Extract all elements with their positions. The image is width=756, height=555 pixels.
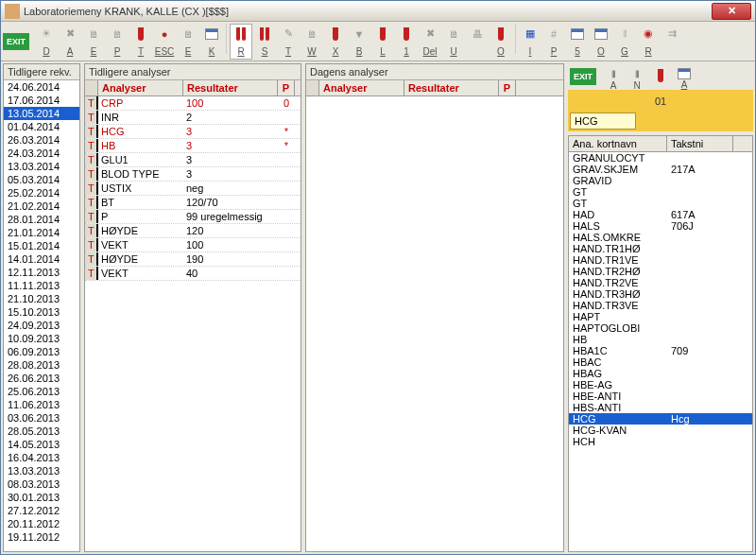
- col-p[interactable]: P: [278, 80, 295, 95]
- date-item[interactable]: 28.01.2014: [4, 213, 79, 226]
- analysis-row[interactable]: TUSTIXneg: [85, 182, 301, 196]
- analysis-row[interactable]: TBT120/70: [85, 196, 301, 210]
- lookup-row[interactable]: GT: [569, 198, 752, 209]
- right-toolbar-btn-1[interactable]: ⫴N: [626, 65, 648, 88]
- analysis-row[interactable]: TINR2: [85, 111, 301, 125]
- date-item[interactable]: 25.02.2014: [4, 186, 79, 199]
- date-item[interactable]: 27.12.2012: [4, 504, 79, 517]
- lookup-row[interactable]: HAND.TR2HØ: [569, 266, 752, 277]
- lookup-row[interactable]: GT: [569, 186, 752, 198]
- date-item[interactable]: 15.10.2013: [4, 305, 79, 319]
- date-item[interactable]: 01.04.2014: [4, 120, 79, 133]
- lookup-row[interactable]: HCG-KVAN: [569, 425, 752, 436]
- date-item[interactable]: 26.06.2013: [4, 372, 79, 385]
- toolbar-btn-B[interactable]: ▼B: [348, 24, 370, 60]
- toolbar-btn-26[interactable]: ⇉: [661, 24, 683, 60]
- date-item[interactable]: 13.05.2014: [4, 107, 79, 120]
- date-item[interactable]: 10.09.2013: [4, 332, 79, 345]
- lookup-row[interactable]: HAPTOGLOBI: [569, 322, 752, 334]
- right-toolbar-btn-0[interactable]: ⫴A: [602, 65, 625, 88]
- today-analyses-grid[interactable]: Analyser Resultater P: [306, 80, 563, 551]
- date-item[interactable]: 19.11.2012: [4, 530, 79, 544]
- lookup-row[interactable]: HCH: [569, 436, 752, 447]
- date-item[interactable]: 11.06.2013: [4, 398, 79, 411]
- toolbar-btn-G[interactable]: ⫴G: [613, 24, 636, 60]
- close-button[interactable]: ✕: [712, 3, 751, 20]
- col-p[interactable]: P: [499, 80, 516, 95]
- date-item[interactable]: 21.10.2013: [4, 292, 79, 305]
- date-item[interactable]: 14.01.2014: [4, 252, 79, 266]
- toolbar-btn-T[interactable]: ✎T: [277, 24, 300, 60]
- lookup-grid[interactable]: Ana. kortnavn Takstni GRANULOCYTGRAV.SKJ…: [568, 135, 753, 552]
- col-resultater[interactable]: Resultater: [404, 80, 499, 95]
- toolbar-btn-Del[interactable]: ✖Del: [419, 24, 441, 60]
- right-exit-button[interactable]: EXIT: [570, 68, 596, 85]
- lookup-row[interactable]: HBA1C709: [569, 345, 752, 356]
- dates-list[interactable]: 24.06.201417.06.201413.05.201401.04.2014…: [4, 80, 79, 551]
- lookup-row[interactable]: HALS.OMKRE: [569, 232, 752, 243]
- lookup-row[interactable]: HAND.TR1HØ: [569, 243, 752, 254]
- date-item[interactable]: 03.06.2013: [4, 411, 79, 425]
- analysis-row[interactable]: TVEKT40: [85, 267, 301, 281]
- analysis-row[interactable]: TP99 uregelmessig: [85, 210, 301, 224]
- lookup-row[interactable]: HAND.TR3HØ: [569, 288, 752, 300]
- right-toolbar-btn-3[interactable]: A: [673, 65, 696, 88]
- lookup-row[interactable]: HB: [569, 334, 752, 345]
- toolbar-btn-L[interactable]: L: [371, 24, 394, 60]
- toolbar-btn-1[interactable]: 1: [395, 24, 418, 60]
- date-item[interactable]: 08.03.2013: [4, 477, 79, 491]
- lookup-row[interactable]: HALS706J: [569, 220, 752, 232]
- date-item[interactable]: 13.03.2013: [4, 464, 79, 477]
- date-item[interactable]: 20.11.2012: [4, 517, 79, 530]
- toolbar-btn-P[interactable]: 🗎P: [106, 24, 129, 60]
- date-item[interactable]: 17.06.2014: [4, 94, 79, 107]
- analysis-row[interactable]: TBLOD TYPE3: [85, 167, 301, 182]
- toolbar-btn-K[interactable]: K: [200, 24, 223, 60]
- toolbar-btn-E[interactable]: 🗎E: [177, 24, 199, 60]
- col-takstni[interactable]: Takstni: [667, 136, 733, 151]
- lookup-row[interactable]: HAND.TR1VE: [569, 254, 752, 266]
- toolbar-btn-X[interactable]: X: [324, 24, 347, 60]
- toolbar-btn-O[interactable]: O: [590, 24, 612, 60]
- date-item[interactable]: 06.09.2013: [4, 345, 79, 358]
- toolbar-btn-A[interactable]: ✖A: [59, 24, 81, 60]
- date-item[interactable]: 25.06.2013: [4, 385, 79, 398]
- lookup-row[interactable]: HAD617A: [569, 209, 752, 220]
- date-item[interactable]: 12.11.2013: [4, 266, 79, 279]
- date-item[interactable]: 11.11.2013: [4, 279, 79, 292]
- date-item[interactable]: 26.03.2014: [4, 133, 79, 147]
- lookup-row[interactable]: HBS-ANTI: [569, 402, 752, 413]
- toolbar-btn-S[interactable]: S: [253, 24, 276, 60]
- date-item[interactable]: 16.04.2013: [4, 451, 79, 464]
- col-ana-kortnavn[interactable]: Ana. kortnavn: [569, 136, 667, 151]
- date-item[interactable]: 15.01.2014: [4, 239, 79, 252]
- toolbar-btn-ESC[interactable]: ●ESC: [153, 24, 176, 60]
- toolbar-btn-T[interactable]: T: [129, 24, 152, 60]
- exit-button[interactable]: EXIT: [3, 33, 29, 50]
- analysis-row[interactable]: THCG3*: [85, 125, 301, 139]
- toolbar-btn-W[interactable]: 🗎W: [301, 24, 323, 60]
- analysis-row[interactable]: TVEKT100: [85, 238, 301, 252]
- toolbar-btn-E[interactable]: 🗎E: [82, 24, 105, 60]
- lookup-row[interactable]: GRANULOCYT: [569, 152, 752, 164]
- lookup-row[interactable]: HAND.TR3VE: [569, 300, 752, 311]
- toolbar-btn-D[interactable]: ☀D: [35, 24, 58, 60]
- lookup-row[interactable]: HBAC: [569, 356, 752, 368]
- toolbar-btn-18[interactable]: 🖶: [466, 24, 489, 60]
- lookup-row[interactable]: HAND.TR2VE: [569, 277, 752, 288]
- analysis-row[interactable]: THØYDE120: [85, 224, 301, 238]
- toolbar-btn-R[interactable]: ◉R: [637, 24, 660, 60]
- analysis-row[interactable]: THØYDE190: [85, 252, 301, 267]
- date-item[interactable]: 28.08.2013: [4, 358, 79, 372]
- right-toolbar-btn-2[interactable]: [649, 65, 672, 88]
- col-analyser[interactable]: Analyser: [319, 80, 404, 95]
- toolbar-btn-R[interactable]: R: [230, 24, 252, 60]
- lookup-row[interactable]: HCGHcg: [569, 413, 752, 425]
- lookup-row[interactable]: GRAVID: [569, 175, 752, 186]
- lookup-row[interactable]: HBE-AG: [569, 379, 752, 390]
- date-item[interactable]: 24.06.2014: [4, 80, 79, 94]
- toolbar-btn-5[interactable]: 5: [566, 24, 589, 60]
- col-analyser[interactable]: Analyser: [98, 80, 183, 95]
- date-item[interactable]: 24.03.2014: [4, 147, 79, 160]
- date-item[interactable]: 05.03.2014: [4, 173, 79, 186]
